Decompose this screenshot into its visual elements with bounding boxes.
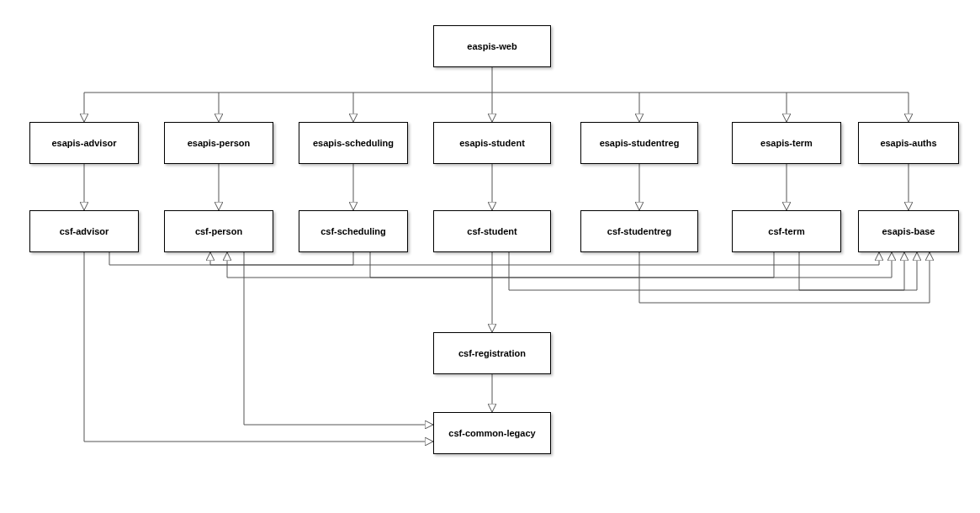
node-label: csf-term — [768, 226, 804, 236]
node-label: esapis-studentreg — [600, 138, 680, 148]
node-label: csf-advisor — [60, 226, 109, 236]
node-csf-scheduling: csf-scheduling — [299, 210, 408, 252]
node-label: esapis-person — [188, 138, 251, 148]
node-esapis-student: esapis-student — [433, 122, 551, 164]
node-label: esapis-base — [882, 226, 935, 236]
node-label: esapis-term — [760, 138, 813, 148]
node-label: csf-common-legacy — [448, 428, 535, 438]
node-csf-term: csf-term — [732, 210, 841, 252]
node-csf-registration: csf-registration — [433, 332, 551, 374]
node-esapis-studentreg: esapis-studentreg — [580, 122, 698, 164]
node-easpis-web: easpis-web — [433, 25, 551, 67]
node-esapis-scheduling: esapis-scheduling — [299, 122, 408, 164]
diagram-canvas: easpis-web esapis-advisor esapis-person … — [0, 0, 980, 513]
node-label: esapis-advisor — [51, 138, 116, 148]
node-label: esapis-auths — [880, 138, 936, 148]
node-esapis-advisor: esapis-advisor — [29, 122, 139, 164]
node-csf-common-legacy: csf-common-legacy — [433, 412, 551, 454]
node-label: csf-scheduling — [320, 226, 386, 236]
node-label: csf-person — [195, 226, 242, 236]
node-csf-person: csf-person — [164, 210, 273, 252]
node-label: csf-student — [467, 226, 516, 236]
node-csf-student: csf-student — [433, 210, 551, 252]
node-csf-advisor: csf-advisor — [29, 210, 139, 252]
node-label: esapis-student — [459, 138, 525, 148]
node-label: esapis-scheduling — [313, 138, 394, 148]
node-label: easpis-web — [467, 41, 516, 51]
node-esapis-base: esapis-base — [858, 210, 959, 252]
node-esapis-person: esapis-person — [164, 122, 273, 164]
node-label: csf-studentreg — [607, 226, 671, 236]
node-esapis-term: esapis-term — [732, 122, 841, 164]
node-csf-studentreg: csf-studentreg — [580, 210, 698, 252]
node-label: csf-registration — [458, 348, 526, 358]
node-esapis-auths: esapis-auths — [858, 122, 959, 164]
